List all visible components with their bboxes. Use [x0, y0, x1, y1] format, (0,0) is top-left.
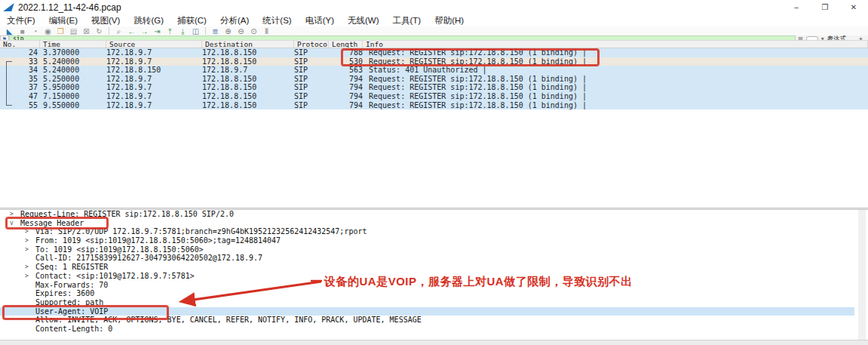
- go-back-icon[interactable]: ←: [125, 27, 138, 35]
- detail-line[interactable]: >Request-Line: REGISTER sip:172.18.8.150…: [0, 210, 868, 219]
- resize-columns-icon[interactable]: ⫴: [260, 27, 273, 35]
- cell-no: 24: [0, 48, 40, 57]
- cell-protocol: SIP: [294, 92, 329, 101]
- cell-protocol: SIP: [294, 48, 329, 57]
- related-packet-tick: [6, 105, 12, 106]
- detail-line[interactable]: >Via: SIP/2.0/UDP 172.18.9.7:5781;branch…: [0, 227, 868, 236]
- menu-item-0[interactable]: 文件(F): [0, 14, 42, 26]
- cell-destination: 172.18.8.150: [202, 75, 294, 84]
- related-packet-tick: [6, 61, 12, 62]
- go-last-icon[interactable]: ⤓: [176, 27, 189, 35]
- detail-line-text: Content-Length: 0: [0, 325, 112, 334]
- column-header-protocol[interactable]: Protocol: [294, 41, 329, 48]
- table-row[interactable]: 375.950000172.18.9.7172.18.8.150SIP794Re…: [0, 83, 868, 92]
- reload-file-icon[interactable]: ↻: [93, 27, 106, 35]
- cell-time: 5.250000: [40, 75, 106, 84]
- cell-info: Request: REGISTER sip:172.18.8.150 (1 bi…: [363, 101, 868, 110]
- column-header-info[interactable]: Info: [363, 41, 868, 48]
- cell-time: 5.240000: [40, 66, 106, 75]
- detail-line[interactable]: vMessage Header: [0, 219, 868, 228]
- column-header-time[interactable]: Time: [40, 41, 106, 48]
- go-forward-icon[interactable]: →: [138, 27, 151, 35]
- cell-length: 794: [329, 101, 363, 110]
- maximize-button[interactable]: ❐: [811, 0, 839, 14]
- toolbar-separator: [205, 27, 206, 35]
- capture-options-icon[interactable]: ◉: [41, 27, 54, 35]
- table-row[interactable]: 559.550000172.18.9.7172.18.8.150SIP794Re…: [0, 101, 868, 110]
- colorize-icon[interactable]: ≣: [209, 27, 222, 35]
- detail-line-text: Expires: 3600: [0, 289, 94, 298]
- wireshark-logo-icon: [5, 3, 14, 11]
- cell-length: 794: [329, 75, 363, 84]
- zoom-in-icon[interactable]: ⊕: [222, 27, 235, 35]
- menu-item-9[interactable]: 工具(T): [386, 14, 428, 26]
- menu-item-3[interactable]: 跳转(G): [127, 14, 170, 26]
- auto-scroll-icon[interactable]: ◫: [189, 27, 202, 35]
- expand-icon[interactable]: >: [25, 236, 29, 245]
- cell-destination: 172.18.8.150: [202, 57, 294, 66]
- detail-line[interactable]: >To: 1019 <sip:1019@172.18.8.150:5060>: [0, 245, 868, 254]
- expand-icon[interactable]: >: [25, 272, 29, 281]
- zoom-out-icon[interactable]: ⊖: [235, 27, 247, 35]
- menu-item-6[interactable]: 统计(S): [256, 14, 298, 26]
- detail-line-text: From: 1019 <sip:1019@172.18.8.150:5060>;…: [0, 236, 281, 245]
- detail-line[interactable]: Call-ID: 21715839912627-304793064220502@…: [0, 254, 868, 263]
- packet-list-header: No. Time Source Destination Protocol Len…: [0, 40, 868, 48]
- cell-length: 563: [329, 66, 363, 75]
- menu-item-5[interactable]: 分析(A): [213, 14, 256, 26]
- minimize-button[interactable]: –: [782, 0, 811, 14]
- close-button[interactable]: ✕: [839, 0, 868, 14]
- open-file-icon[interactable]: ❒: [54, 27, 67, 35]
- cell-protocol: SIP: [294, 66, 329, 75]
- cell-source: 172.18.9.7: [106, 75, 202, 84]
- table-row[interactable]: 355.250000172.18.9.7172.18.8.150SIP794Re…: [0, 75, 868, 84]
- detail-line-text: To: 1019 <sip:1019@172.18.8.150:5060>: [0, 245, 204, 254]
- menu-item-1[interactable]: 编辑(E): [42, 14, 84, 26]
- detail-scrollbar[interactable]: [858, 210, 866, 340]
- cell-length: 794: [329, 92, 363, 101]
- zoom-original-icon[interactable]: ⊙: [247, 27, 260, 35]
- cell-time: 5.240000: [40, 57, 106, 66]
- cell-source: 172.18.9.7: [106, 48, 202, 57]
- find-packet-icon[interactable]: ⌕: [112, 27, 125, 35]
- table-row[interactable]: 477.150000172.18.9.7172.18.8.150SIP794Re…: [0, 92, 868, 101]
- go-first-icon[interactable]: ⤒: [164, 27, 176, 35]
- detail-line[interactable]: >CSeq: 1 REGISTER: [0, 263, 868, 272]
- column-header-no[interactable]: No.: [0, 41, 40, 48]
- menu-item-10[interactable]: 帮助(H): [428, 14, 471, 26]
- detail-line-text: CSeq: 1 REGISTER: [0, 263, 108, 272]
- expand-icon[interactable]: >: [25, 245, 29, 254]
- detail-line[interactable]: Expires: 3600: [0, 289, 868, 298]
- detail-line-text: Contact: <sip:1019@172.18.9.7:5781>: [0, 272, 195, 281]
- cell-info: Request: REGISTER sip:172.18.8.150 (1 bi…: [363, 92, 868, 101]
- menu-item-8[interactable]: 无线(W): [341, 14, 386, 26]
- column-header-length[interactable]: Length: [329, 41, 363, 48]
- expand-icon[interactable]: >: [25, 263, 29, 272]
- toolbar-separator: [109, 27, 109, 35]
- stop-capture-icon[interactable]: ■: [16, 27, 29, 35]
- table-row[interactable]: 345.240000172.18.8.150172.18.9.7SIP563St…: [0, 66, 868, 75]
- cell-source: 172.18.8.150: [106, 66, 202, 75]
- save-file-icon[interactable]: ▤: [67, 27, 80, 35]
- detail-line[interactable]: Content-Length: 0: [0, 325, 868, 334]
- close-file-icon[interactable]: ⊠: [80, 27, 93, 35]
- go-to-packet-icon[interactable]: ⇥: [151, 27, 164, 35]
- cell-time: 3.370000: [40, 48, 106, 57]
- cell-source: 172.18.9.7: [106, 92, 202, 101]
- highlight-box-info: [341, 48, 600, 66]
- cell-info: Status: 401 Unauthorized |: [363, 66, 868, 75]
- menu-item-7[interactable]: 电话(Y): [299, 14, 341, 26]
- cell-source: 172.18.9.7: [106, 57, 202, 66]
- column-header-source[interactable]: Source: [106, 41, 202, 48]
- annotation-text: 设备的UA是VOIP，服务器上对UA做了限制，导致识别不出: [324, 275, 633, 289]
- cell-length: 794: [329, 83, 363, 92]
- restart-capture-icon[interactable]: ◔: [29, 27, 41, 35]
- cell-info: Request: REGISTER sip:172.18.8.150 (1 bi…: [363, 83, 868, 92]
- column-header-destination[interactable]: Destination: [202, 41, 294, 48]
- highlight-box-message-header: [5, 217, 109, 229]
- menu-item-4[interactable]: 捕获(C): [170, 14, 213, 26]
- menu-item-2[interactable]: 视图(V): [84, 14, 127, 26]
- detail-line[interactable]: >From: 1019 <sip:1019@172.18.8.150:5060>…: [0, 236, 868, 245]
- start-capture-icon[interactable]: ◣: [3, 27, 16, 35]
- highlight-box-user-agent: [2, 305, 169, 320]
